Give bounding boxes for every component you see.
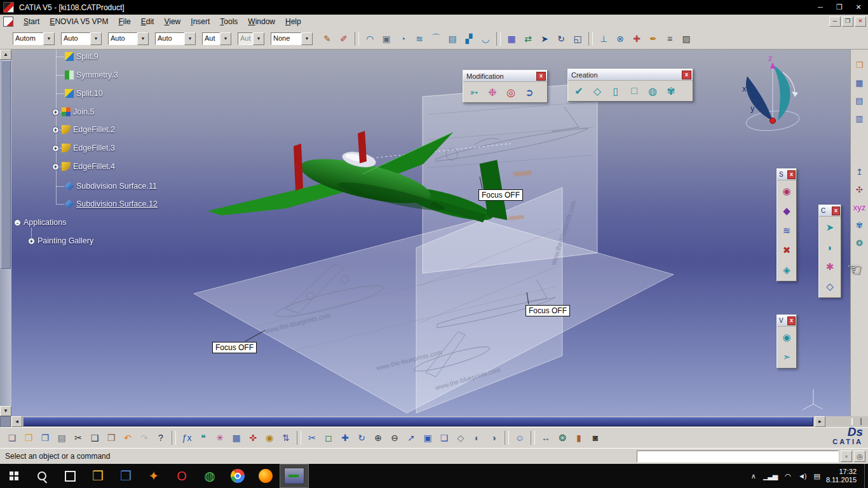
panel-title-bar[interactable]: C x	[819, 205, 841, 217]
tree-item-split10[interactable]: Split.10	[65, 88, 103, 99]
subdivision-box-icon[interactable]: ◈	[779, 261, 794, 279]
search-button[interactable]	[28, 464, 56, 488]
redo-icon[interactable]: ↷	[137, 430, 152, 445]
close-icon[interactable]: x	[536, 72, 546, 81]
exit-workbench-icon[interactable]: ↥	[852, 164, 867, 179]
rotate-view-icon[interactable]: ↻	[354, 430, 369, 445]
tree-item-symmetry3[interactable]: Symmetry.3	[65, 69, 118, 81]
restore-button[interactable]: ❒	[830, 0, 849, 15]
create-sphere-icon[interactable]: ◍	[644, 83, 661, 99]
shading-mode-icon[interactable]: ◐	[470, 430, 485, 445]
tree-item-edgefillet2[interactable]: + EdgeFillet.2	[52, 124, 115, 135]
undo-icon[interactable]: ↶	[120, 430, 135, 445]
menu-item[interactable]: Edit	[136, 16, 159, 27]
isometric-box-icon[interactable]: ▣	[379, 31, 394, 46]
chevron-down-icon[interactable]: ▼	[43, 32, 55, 45]
tree-item-applications[interactable]: - Applications	[14, 217, 66, 228]
child-close-button[interactable]: ✕	[855, 17, 866, 27]
orientation-compass[interactable]: z x y	[742, 53, 800, 133]
child-restore-button[interactable]: ❒	[842, 17, 853, 27]
menu-item[interactable]: ENOVIA V5 VPM	[44, 16, 113, 27]
scroll-down-button[interactable]: ▼	[0, 406, 11, 416]
scroll-left-button[interactable]: ◄	[11, 416, 22, 427]
erase-icon[interactable]: ◎	[503, 84, 519, 100]
green-app-icon[interactable]: ◍	[196, 464, 224, 488]
subdivision-pipe-icon[interactable]: ≋	[779, 222, 794, 240]
paintbrush-icon[interactable]: ✎	[320, 31, 335, 46]
title-bar[interactable]: CATIA V5 - [ki108.CATProduct] ─ ❒ ✕	[0, 0, 868, 15]
create-surface-icon[interactable]: ◇	[589, 83, 606, 99]
arc-curve-icon[interactable]: ◠	[362, 31, 377, 46]
user-icon[interactable]: ☺	[512, 430, 527, 445]
fit-all-icon[interactable]: ▣	[420, 430, 435, 445]
firefox-icon[interactable]	[252, 464, 280, 488]
focus-off-label[interactable]: Focus OFF	[526, 305, 570, 316]
hide-show-icon[interactable]: ◑	[486, 430, 501, 445]
lock-icon[interactable]: ◉	[262, 430, 277, 445]
power-input-icon[interactable]: ◎	[854, 451, 865, 462]
swirl-tool-icon[interactable]: ✾	[852, 217, 867, 233]
menu-item[interactable]: Insert	[186, 16, 215, 27]
expander-icon[interactable]: -	[14, 219, 21, 226]
pin-icon[interactable]: ✣	[852, 182, 867, 197]
expander-icon[interactable]: +	[52, 145, 59, 152]
focus-off-label[interactable]: Focus OFF	[478, 189, 523, 201]
wifi-icon[interactable]: ◠	[785, 472, 790, 480]
toolbar-icon[interactable]	[531, 431, 535, 445]
projection-icon[interactable]: ⊥	[596, 31, 611, 46]
horizontal-scrollbar[interactable]: ◄ ►	[0, 416, 868, 427]
horizontal-scroll-thumb[interactable]	[23, 417, 813, 426]
selection-frame-icon[interactable]: ◻	[321, 430, 336, 445]
curve-edit-icon[interactable]: ➤	[822, 219, 837, 236]
close-icon[interactable]: x	[682, 71, 691, 79]
chrome-icon[interactable]	[224, 464, 252, 488]
combo-value[interactable]: Aut	[202, 32, 220, 45]
translate-icon[interactable]: ➤	[537, 31, 552, 46]
panel-title-bar[interactable]: Creation x	[568, 69, 693, 81]
scale-icon[interactable]: ◱	[570, 31, 585, 46]
revolve-surface-icon[interactable]: ◔	[395, 31, 410, 46]
paste-icon[interactable]: ❒	[104, 430, 119, 445]
toolbar-icon[interactable]	[505, 431, 509, 445]
chevron-down-icon[interactable]: ▼	[90, 32, 102, 45]
attraction-icon[interactable]: ❉	[484, 84, 501, 100]
chevron-down-icon[interactable]: ▼	[301, 32, 313, 45]
close-icon[interactable]: x	[787, 316, 796, 325]
show-desktop-button[interactable]	[864, 464, 868, 488]
tree-item-join5[interactable]: + Join.5	[52, 106, 94, 118]
tree-item-split9[interactable]: Split.9	[65, 51, 98, 62]
spray-brush-icon[interactable]: ✐	[336, 31, 351, 46]
open-folder-icon[interactable]: ❒	[21, 430, 36, 445]
measure-icon[interactable]: ↔	[538, 430, 553, 445]
cut-icon[interactable]: ✂	[71, 430, 86, 445]
globe-mode-icon[interactable]: ❂	[555, 430, 570, 445]
report-icon[interactable]: ▥	[852, 111, 867, 126]
start-button[interactable]	[0, 464, 28, 488]
gauge-icon[interactable]: ▮	[571, 430, 587, 445]
pan-icon[interactable]: ✚	[337, 430, 353, 445]
blend-surface-icon[interactable]: ◡	[478, 31, 493, 46]
vertical-scroll-thumb[interactable]	[1, 60, 11, 269]
toolbar-icon[interactable]	[172, 431, 176, 445]
create-swirl-icon[interactable]: ✾	[663, 83, 679, 99]
volume-icon[interactable]: ◄)	[798, 472, 806, 480]
panel-title-bar[interactable]: Modification x	[463, 71, 547, 82]
create-cylinder-icon[interactable]: ▯	[607, 83, 624, 99]
subdivision-cut-icon[interactable]: ✖	[779, 241, 794, 259]
section-cut-icon[interactable]: ✂	[304, 430, 320, 445]
zoom-out-icon[interactable]: ⊖	[387, 430, 402, 445]
menu-item[interactable]: Tools	[215, 16, 243, 27]
modification-curve-icon[interactable]: ➳	[466, 84, 482, 100]
new-document-icon[interactable]: ❏	[4, 430, 20, 445]
pen-icon[interactable]: ✒	[646, 31, 661, 46]
utility-app-icon[interactable]: ✦	[140, 464, 168, 488]
multi-view-icon[interactable]: ❏	[437, 430, 452, 445]
expander-icon[interactable]: +	[28, 238, 35, 245]
network-icon[interactable]: ▁▃▅	[763, 472, 777, 480]
3d-viewport[interactable]: www.the-blueprints.com www.the-blueprint…	[11, 50, 850, 416]
close-button[interactable]: ✕	[849, 0, 868, 15]
opera-icon[interactable]: O	[168, 464, 196, 488]
stacking-icon[interactable]: ≡	[662, 31, 677, 46]
3d-scene[interactable]: www.the-blueprints.com www.the-blueprint…	[11, 50, 850, 416]
scroll-up-button[interactable]: ▲	[0, 50, 11, 60]
